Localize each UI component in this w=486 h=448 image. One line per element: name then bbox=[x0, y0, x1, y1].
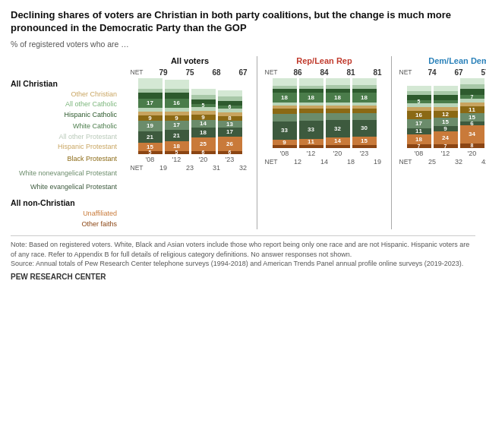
hisp-cath-label: Hispanic Catholic bbox=[11, 110, 123, 121]
bar-rep-08: 18 33 9 bbox=[273, 78, 297, 148]
all-voters-header: All voters bbox=[171, 56, 209, 65]
white-nonev-label: White nonevangelical Protestant bbox=[11, 169, 123, 179]
page-container: Declining shares of voters are Christian… bbox=[0, 0, 486, 290]
footer-source: Source: Annual totals of Pew Research Ce… bbox=[11, 259, 475, 269]
footer: Note: Based on registered voters. White,… bbox=[11, 235, 475, 282]
hisp-prot-label: Hispanic Protestant bbox=[11, 142, 123, 153]
white-cath-label: White Catholic bbox=[11, 121, 123, 132]
white-evang-label: White evangelical Protestant bbox=[11, 182, 123, 193]
all-christian-label: All Christian bbox=[11, 79, 123, 88]
all-voters-bars: 17 9 19 21 15 5 16 bbox=[138, 78, 242, 154]
all-other-cath-label: All other Catholic bbox=[11, 99, 123, 110]
dem-bars: 5 16 17 11 18 7 bbox=[407, 78, 487, 148]
bar-all-12: 16 9 17 21 18 5 bbox=[165, 80, 189, 154]
rep-section: Rep/Lean Rep NET 86 84 81 81 bbox=[257, 56, 392, 230]
rep-bars: 18 33 9 18 bbox=[273, 78, 377, 148]
net-label-all: NET bbox=[125, 68, 149, 77]
black-prot-label: Black Protestant bbox=[11, 154, 123, 165]
dem-section: Dem/Lean Dem NET 74 67 57 54 bbox=[392, 56, 486, 230]
bar-all-20: 5 9 14 18 25 6 bbox=[191, 89, 216, 154]
all-voters-section: All voters NET 79 75 68 67 bbox=[123, 56, 257, 230]
bar-rep-23: 18 30 15 bbox=[352, 78, 377, 148]
subtitle: % of registered voters who are … bbox=[11, 39, 475, 49]
labels-panel: All Christian Other Christian All other … bbox=[11, 56, 123, 230]
unaffiliated-label: Unaffiliated bbox=[11, 209, 123, 219]
bar-rep-20: 18 32 14 bbox=[326, 78, 350, 148]
bar-rep-12: 18 33 11 bbox=[299, 78, 323, 148]
page-title: Declining shares of voters are Christian… bbox=[11, 9, 475, 35]
bar-all-08: 17 9 19 21 15 5 bbox=[138, 78, 163, 154]
pew-logo: PEW RESEARCH CENTER bbox=[11, 272, 475, 282]
bars-area: All voters NET 79 75 68 67 bbox=[123, 56, 486, 230]
bar-dem-12: 12 15 9 24 7 bbox=[434, 86, 458, 148]
bar-all-23: 6 8 13 17 26 6 bbox=[218, 90, 242, 154]
dem-header: Dem/Lean Dem bbox=[428, 56, 486, 65]
all-non-christian-label: All non-Christian bbox=[11, 198, 123, 207]
other-faiths-label: Other faiths bbox=[11, 219, 123, 230]
footer-note: Note: Based on registered voters. White,… bbox=[11, 240, 475, 259]
other-christian-label: Other Christian bbox=[11, 90, 123, 100]
bar-dem-08: 5 16 17 11 18 7 bbox=[407, 86, 431, 148]
all-other-prot-label: All other Protestant bbox=[11, 132, 123, 143]
rep-header: Rep/Lean Rep bbox=[296, 56, 352, 65]
bar-dem-20: 7 11 15 6 34 8 bbox=[460, 78, 484, 148]
